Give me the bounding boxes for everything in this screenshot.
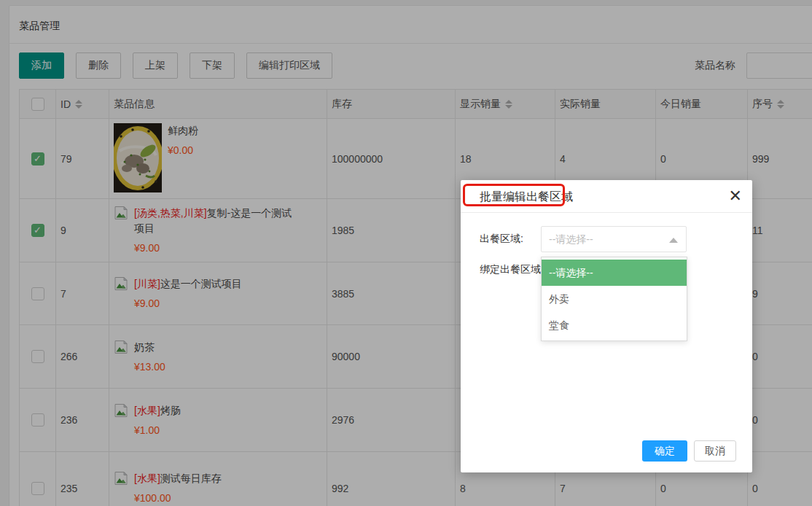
modal-footer: 确定 取消 (461, 440, 752, 462)
serving-area-select[interactable]: --请选择-- (541, 226, 687, 252)
chevron-up-icon (669, 238, 678, 243)
modal-header: 批量编辑出餐区域 ✕ (461, 180, 752, 213)
batch-edit-modal: 批量编辑出餐区域 ✕ 出餐区域: 绑定出餐区域 --请选择-- --请选择--外… (461, 180, 752, 472)
close-icon[interactable]: ✕ (729, 187, 742, 206)
serving-area-label: 出餐区域: (480, 233, 523, 246)
dropdown-option[interactable]: 堂食 (542, 312, 687, 338)
serving-area-dropdown: --请选择--外卖堂食 (541, 257, 687, 341)
confirm-button[interactable]: 确定 (642, 440, 687, 462)
select-placeholder: --请选择-- (549, 233, 593, 246)
dropdown-option[interactable]: --请选择-- (542, 260, 687, 286)
dropdown-option[interactable]: 外卖 (542, 286, 687, 312)
cancel-button[interactable]: 取消 (694, 440, 736, 462)
modal-title: 批量编辑出餐区域 (480, 190, 573, 205)
bound-serving-area-label: 绑定出餐区域 (480, 263, 541, 276)
